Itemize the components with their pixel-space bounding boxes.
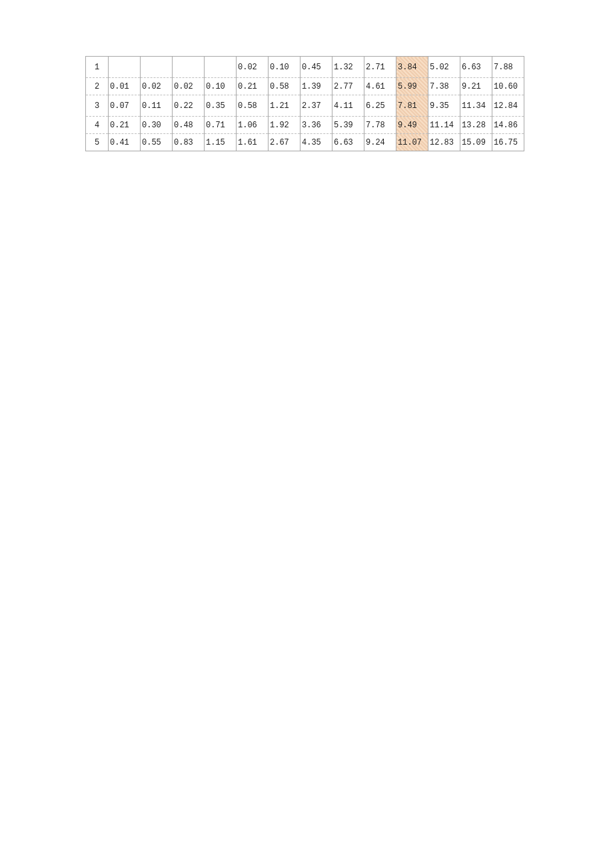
cell: 7.81 xyxy=(396,95,428,117)
cell: 12.83 xyxy=(428,134,460,151)
cell: 6.63 xyxy=(332,134,364,151)
cell: 0.30 xyxy=(141,117,173,134)
cell: 11.34 xyxy=(460,95,492,117)
row-index: 1 xyxy=(86,57,109,78)
row-index: 5 xyxy=(86,134,109,151)
cell: 0.48 xyxy=(173,117,205,134)
cell: 12.84 xyxy=(492,95,524,117)
cell: 10.60 xyxy=(492,78,524,95)
cell: 0.10 xyxy=(205,78,237,95)
cell: 5.99 xyxy=(396,78,428,95)
cell: 1.39 xyxy=(301,78,332,95)
cell: 9.21 xyxy=(460,78,492,95)
cell: 0.55 xyxy=(141,134,173,151)
cell: 0.22 xyxy=(173,95,205,117)
cell: 1.06 xyxy=(237,117,269,134)
cell: 0.21 xyxy=(237,78,269,95)
data-table: 10.020.100.451.322.713.845.026.637.8820.… xyxy=(85,56,524,151)
cell: 0.71 xyxy=(205,117,237,134)
cell: 0.35 xyxy=(205,95,237,117)
cell: 1.21 xyxy=(269,95,301,117)
cell: 6.63 xyxy=(460,57,492,78)
cell: 7.88 xyxy=(492,57,524,78)
cell: 0.58 xyxy=(269,78,301,95)
cell: 6.25 xyxy=(364,95,396,117)
cell: 7.78 xyxy=(364,117,396,134)
cell: 1.15 xyxy=(205,134,237,151)
cell: 4.11 xyxy=(332,95,364,117)
cell: 2.67 xyxy=(269,134,301,151)
cell: 0.83 xyxy=(173,134,205,151)
cell: 3.84 xyxy=(396,57,428,78)
cell: 0.21 xyxy=(109,117,141,134)
row-index: 3 xyxy=(86,95,109,117)
cell: 0.07 xyxy=(109,95,141,117)
cell: 2.71 xyxy=(364,57,396,78)
cell: 3.36 xyxy=(301,117,332,134)
cell: 0.10 xyxy=(269,57,301,78)
cell: 0.41 xyxy=(109,134,141,151)
cell: 9.35 xyxy=(428,95,460,117)
cell: 5.39 xyxy=(332,117,364,134)
cell: 9.24 xyxy=(364,134,396,151)
cell: 0.01 xyxy=(109,78,141,95)
cell: 13.28 xyxy=(460,117,492,134)
cell: 1.92 xyxy=(269,117,301,134)
cell: 1.61 xyxy=(237,134,269,151)
cell: 1.32 xyxy=(332,57,364,78)
cell: 7.38 xyxy=(428,78,460,95)
cell: 0.11 xyxy=(141,95,173,117)
cell: 11.14 xyxy=(428,117,460,134)
cell: 11.07 xyxy=(396,134,428,151)
cell: 0.45 xyxy=(301,57,332,78)
cell: 9.49 xyxy=(396,117,428,134)
cell: 4.61 xyxy=(364,78,396,95)
cell xyxy=(109,57,141,78)
row-index: 4 xyxy=(86,117,109,134)
cell: 2.37 xyxy=(301,95,332,117)
cell: 16.75 xyxy=(492,134,524,151)
cell: 0.02 xyxy=(141,78,173,95)
row-index: 2 xyxy=(86,78,109,95)
cell: 0.02 xyxy=(173,78,205,95)
cell xyxy=(205,57,237,78)
cell xyxy=(141,57,173,78)
cell: 15.09 xyxy=(460,134,492,151)
cell: 0.58 xyxy=(237,95,269,117)
cell: 0.02 xyxy=(237,57,269,78)
cell: 4.35 xyxy=(301,134,332,151)
cell xyxy=(173,57,205,78)
cell: 14.86 xyxy=(492,117,524,134)
cell: 2.77 xyxy=(332,78,364,95)
cell: 5.02 xyxy=(428,57,460,78)
